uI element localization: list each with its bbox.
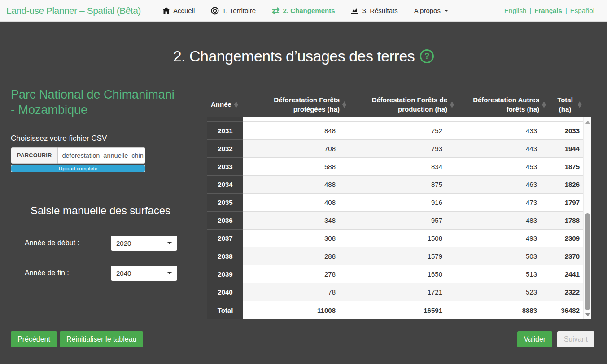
year-cell: 2036 — [207, 212, 243, 230]
lang-separator: | — [565, 7, 567, 14]
home-icon — [162, 7, 170, 14]
lang-english[interactable]: English — [504, 7, 526, 14]
production-value-cell[interactable]: 1650 — [346, 265, 454, 283]
column-header-label: Total (ha) — [555, 95, 575, 114]
production-value-cell[interactable]: 1579 — [346, 247, 454, 265]
protected-value-cell[interactable]: 278 — [243, 265, 346, 283]
nav-item-changements[interactable]: ⇄ 2. Changements — [272, 6, 335, 15]
start-year-select[interactable]: 2020 — [111, 236, 177, 251]
year-cell: 2033 — [207, 158, 243, 176]
table-row: 2034 488 875 463 1826 — [207, 176, 591, 194]
year-cell: 2039 — [207, 265, 243, 283]
nav-item-territoire[interactable]: 1. Territoire — [211, 7, 256, 15]
nav-item-label: 2. Changements — [283, 7, 335, 14]
protected-value-cell[interactable]: 348 — [243, 212, 346, 230]
column-header-label: Déforestation Forêts protégées (ha) — [263, 95, 340, 114]
lang-francais[interactable]: Français — [534, 7, 562, 14]
protected-value-cell[interactable]: 408 — [243, 194, 346, 212]
sort-icon[interactable] — [342, 101, 346, 108]
protected-value-cell[interactable]: 288 — [243, 247, 346, 265]
landuse-table: Année Déforestation Forêts protégées (ha… — [207, 83, 591, 319]
year-cell: 2037 — [207, 230, 243, 247]
nav-item-label: Accueil — [173, 7, 195, 14]
year-cell: 2032 — [207, 140, 243, 158]
file-name-field[interactable]: deforestation_annuelle_chin — [58, 147, 145, 164]
table-row: 2036 348 957 483 1788 — [207, 212, 591, 230]
help-glyph: ? — [424, 52, 429, 61]
sort-icon[interactable] — [234, 101, 238, 108]
sort-icon[interactable] — [542, 101, 546, 108]
validate-button[interactable]: Valider — [517, 331, 553, 347]
scroll-up-icon[interactable] — [584, 118, 591, 126]
table-row: 2031 848 752 433 2033 — [207, 122, 591, 140]
year-cell: 2040 — [207, 283, 243, 301]
other-value-cell[interactable]: 473 — [454, 194, 546, 212]
csv-file-label: Choisissez votre fichier CSV — [11, 134, 207, 143]
nav-item-apropos[interactable]: A propos — [414, 7, 448, 14]
nav-item-accueil[interactable]: Accueil — [162, 7, 195, 14]
end-year-label: Année de fin : — [25, 269, 111, 277]
protected-value-cell[interactable]: 308 — [243, 230, 346, 247]
other-value-cell[interactable]: 513 — [454, 265, 546, 283]
production-value-cell[interactable]: 752 — [346, 122, 454, 140]
end-year-select[interactable]: 2040 — [111, 266, 177, 281]
table-scrollbar[interactable] — [583, 117, 591, 319]
browse-button[interactable]: PARCOURIR — [11, 147, 58, 164]
previous-button[interactable]: Précédent — [11, 331, 57, 347]
reset-table-button[interactable]: Réinitialiser le tableau — [60, 331, 144, 347]
main-area: 2. Changements d’usages des terres ? Par… — [0, 48, 607, 347]
production-value-cell[interactable]: 916 — [346, 194, 454, 212]
column-header-protected[interactable]: Déforestation Forêts protégées (ha) — [243, 92, 346, 117]
production-value-cell[interactable]: 834 — [346, 158, 454, 176]
select-caret-icon — [167, 242, 172, 244]
nav-item-resultats[interactable]: 3. Résultats — [351, 7, 397, 14]
production-value-cell[interactable]: 1721 — [346, 283, 454, 301]
production-value-cell[interactable]: 957 — [346, 212, 454, 230]
production-value-cell[interactable]: 16591 — [346, 301, 454, 319]
help-icon[interactable]: ? — [420, 49, 434, 63]
protected-value-cell[interactable]: 848 — [243, 122, 346, 140]
protected-value-cell[interactable]: 11008 — [243, 301, 346, 319]
production-value-cell[interactable]: 793 — [346, 140, 454, 158]
partial-scrolled-row — [207, 117, 591, 122]
protected-value-cell[interactable]: 78 — [243, 283, 346, 301]
language-switcher: English | Français | Español — [504, 7, 601, 14]
other-value-cell[interactable]: 453 — [454, 158, 546, 176]
scrollbar-thumb[interactable] — [585, 213, 590, 310]
other-value-cell[interactable]: 443 — [454, 140, 546, 158]
project-title: Parc National de Chimanimani - Mozambiqu… — [11, 87, 181, 118]
other-value-cell[interactable]: 463 — [454, 176, 546, 194]
sort-icon[interactable] — [450, 101, 454, 108]
nav-item-label: 1. Territoire — [222, 7, 256, 14]
sort-icon[interactable] — [578, 101, 582, 108]
column-header-other[interactable]: Déforestation Autres forêts (ha) — [454, 92, 546, 117]
column-header-production[interactable]: Déforestation Forêts de production (ha) — [346, 92, 454, 117]
column-header-year[interactable]: Année — [207, 92, 243, 117]
other-value-cell[interactable]: 433 — [454, 122, 546, 140]
value-cell — [454, 117, 546, 122]
year-cell: 2035 — [207, 194, 243, 212]
other-value-cell[interactable]: 503 — [454, 247, 546, 265]
table-row: Total 11008 16591 8883 36482 — [207, 301, 591, 319]
protected-value-cell[interactable]: 588 — [243, 158, 346, 176]
lang-separator: | — [529, 7, 531, 14]
other-value-cell[interactable]: 493 — [454, 230, 546, 247]
scroll-down-icon[interactable] — [584, 311, 591, 318]
year-cell: Total — [207, 301, 243, 319]
other-value-cell[interactable]: 523 — [454, 283, 546, 301]
production-value-cell[interactable]: 875 — [346, 176, 454, 194]
file-input-group: PARCOURIR deforestation_annuelle_chin — [11, 147, 145, 164]
app-brand[interactable]: Land-use Planner – Spatial (Bêta) — [6, 5, 141, 16]
lang-espanol[interactable]: Español — [570, 7, 594, 14]
table-body: 2031 848 752 433 2033 2032 708 793 443 1… — [207, 117, 591, 319]
production-value-cell[interactable]: 1508 — [346, 230, 454, 247]
protected-value-cell[interactable]: 708 — [243, 140, 346, 158]
column-header-total[interactable]: Total (ha) — [546, 92, 591, 117]
other-value-cell[interactable]: 8883 — [454, 301, 546, 319]
protected-value-cell[interactable]: 488 — [243, 176, 346, 194]
year-cell: 2031 — [207, 122, 243, 140]
column-header-label: Déforestation Autres forêts (ha) — [465, 95, 539, 114]
upload-progress-bar: Upload complete — [11, 165, 145, 172]
other-value-cell[interactable]: 483 — [454, 212, 546, 230]
table-body-rows: 2031 848 752 433 2033 2032 708 793 443 1… — [207, 117, 591, 319]
